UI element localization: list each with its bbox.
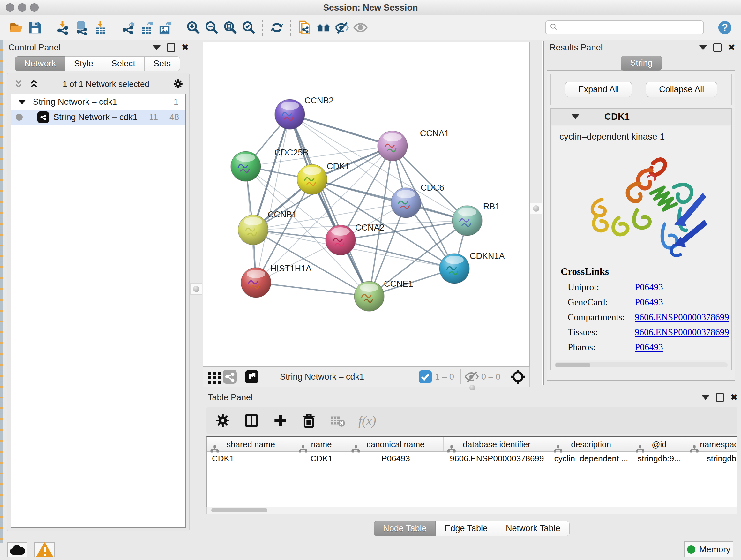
table-cell[interactable]: 9606.ENSP00000378699: [444, 454, 550, 463]
network-node-ccna1[interactable]: CCNA1: [378, 129, 449, 161]
show-glass-button[interactable]: [351, 18, 369, 37]
section-collapse-icon[interactable]: [571, 114, 580, 119]
network-edge[interactable]: [369, 146, 393, 296]
expand-all-icon[interactable]: [28, 78, 39, 89]
tab-string[interactable]: String: [621, 56, 662, 71]
close-panel-icon[interactable]: ✖: [728, 44, 735, 51]
left-splitter-handle[interactable]: [190, 283, 202, 295]
crosslink-link[interactable]: P06493: [635, 297, 663, 307]
network-node-ccne1[interactable]: CCNE1: [354, 279, 413, 311]
network-node-rb1[interactable]: RB1: [452, 202, 500, 236]
memory-button[interactable]: Memory: [684, 542, 733, 557]
column-header-name[interactable]: name: [295, 437, 348, 451]
crosslink-link[interactable]: P06493: [635, 282, 663, 293]
network-edge[interactable]: [246, 146, 393, 166]
node-label: CDKN1A: [470, 251, 505, 261]
import-network-from-database-button[interactable]: [72, 18, 91, 37]
tab-network-table[interactable]: Network Table: [496, 521, 569, 536]
crosslink-link[interactable]: 9606.ENSP00000378699: [635, 312, 729, 322]
column-header-namespace[interactable]: namespace: [686, 437, 737, 451]
table-cell[interactable]: CDK1: [295, 454, 348, 463]
import-table-button[interactable]: [91, 18, 109, 37]
birdseye-view-icon[interactable]: [510, 369, 526, 384]
panel-menu-icon[interactable]: [702, 395, 710, 400]
search-box[interactable]: [545, 20, 704, 35]
table-scrollbar[interactable]: [206, 507, 737, 514]
export-table-button[interactable]: [137, 18, 156, 37]
network-node-hist1h1a[interactable]: HIST1H1A: [241, 264, 312, 298]
network-edge[interactable]: [256, 114, 290, 283]
add-column-icon[interactable]: [272, 413, 288, 428]
apply-layout-button[interactable]: [267, 18, 286, 37]
table-cell[interactable]: cyclin–dependent ...: [550, 454, 632, 463]
table-cell[interactable]: stringdb: [686, 454, 737, 463]
save-session-button[interactable]: [25, 18, 44, 37]
column-header-canonicalname[interactable]: canonical name: [348, 437, 444, 451]
cdk1-section-header[interactable]: CDK1: [551, 109, 731, 125]
show-columns-icon[interactable]: [244, 413, 259, 428]
crosslink-link[interactable]: 9606.ENSP00000378699: [635, 327, 729, 337]
table-cell[interactable]: CDK1: [207, 454, 295, 463]
close-panel-icon[interactable]: ✖: [182, 44, 189, 51]
search-input[interactable]: [560, 22, 699, 33]
right-splitter-handle[interactable]: [530, 203, 542, 214]
network-node-ccna2[interactable]: CCNA2: [326, 223, 385, 255]
network-edge[interactable]: [290, 114, 393, 146]
export-network-button[interactable]: [119, 18, 137, 37]
column-header-id[interactable]: @id: [632, 437, 686, 451]
column-header-description[interactable]: description: [550, 437, 632, 451]
tab-node-table[interactable]: Node Table: [374, 521, 435, 536]
zoom-out-button[interactable]: [202, 18, 221, 37]
network-overview-icon[interactable]: [222, 369, 238, 384]
table-cell[interactable]: stringdb:9...: [632, 454, 686, 463]
float-panel-icon[interactable]: [167, 44, 175, 52]
help-button[interactable]: ?: [716, 18, 734, 37]
network-node-ccnb1[interactable]: CCNB1: [238, 210, 297, 245]
zoom-selected-button[interactable]: [239, 18, 258, 37]
table-cell[interactable]: P06493: [348, 454, 444, 463]
export-image-button[interactable]: [156, 18, 174, 37]
collection-expand-icon[interactable]: [18, 100, 26, 105]
zoom-fit-button[interactable]: [221, 18, 239, 37]
close-panel-icon[interactable]: ✖: [731, 394, 738, 401]
collapse-all-icon[interactable]: [13, 78, 24, 89]
warnings-button[interactable]: [35, 542, 55, 557]
crosslink-link[interactable]: P06493: [635, 342, 663, 353]
tab-edge-table[interactable]: Edge Table: [435, 521, 497, 536]
network-edge[interactable]: [256, 283, 369, 296]
float-panel-icon[interactable]: [713, 44, 722, 52]
import-network-from-file-button[interactable]: [54, 18, 72, 37]
collapse-all-button[interactable]: Collapse All: [646, 82, 717, 97]
hide-glass-button[interactable]: [333, 18, 351, 37]
column-header-databaseidentifier[interactable]: database identifier: [444, 437, 550, 451]
tree-options-gear-icon[interactable]: [173, 78, 184, 89]
tab-sets[interactable]: Sets: [144, 56, 180, 71]
panel-menu-icon[interactable]: [699, 45, 707, 50]
zoom-in-button[interactable]: [184, 18, 202, 37]
network-node-cdk1[interactable]: CDK1: [297, 162, 350, 194]
delete-column-icon[interactable]: [301, 413, 317, 428]
expand-all-button[interactable]: Expand All: [565, 82, 632, 97]
tab-select[interactable]: Select: [102, 56, 145, 71]
network-row-selected[interactable]: String Network – cdk1 11 48: [11, 110, 185, 125]
string-home-button[interactable]: [314, 18, 333, 37]
show-grid-icon[interactable]: [207, 369, 222, 384]
cloud-status-button[interactable]: [7, 542, 27, 557]
horizontal-splitter-handle[interactable]: [466, 384, 479, 391]
network-collection-row[interactable]: String Network – cdk1 1: [11, 94, 185, 110]
network-document-button[interactable]: [295, 18, 314, 37]
open-session-button[interactable]: [7, 18, 25, 37]
tab-style[interactable]: Style: [65, 56, 103, 71]
table-options-gear-icon[interactable]: [215, 413, 231, 428]
panel-menu-icon[interactable]: [153, 45, 160, 50]
detach-view-icon[interactable]: [244, 369, 259, 384]
network-node-cdkn1a[interactable]: CDKN1A: [440, 251, 505, 284]
selected-items-checkbox-icon[interactable]: [418, 369, 433, 384]
network-graph[interactable]: CCNB2CCNA1CDC25BCDK1CDC6RB1CCNB1CCNA2CDK…: [203, 42, 529, 366]
network-view-canvas[interactable]: CCNB2CCNA1CDC25BCDK1CDC6RB1CCNB1CCNA2CDK…: [203, 42, 530, 367]
tab-network[interactable]: Network: [15, 56, 65, 71]
float-panel-icon[interactable]: [716, 393, 724, 401]
results-scrollbar[interactable]: [555, 362, 728, 368]
table-row[interactable]: CDK1CDK1P064939606.ENSP00000378699cyclin…: [207, 452, 737, 465]
column-header-sharedname[interactable]: shared name: [207, 437, 295, 451]
